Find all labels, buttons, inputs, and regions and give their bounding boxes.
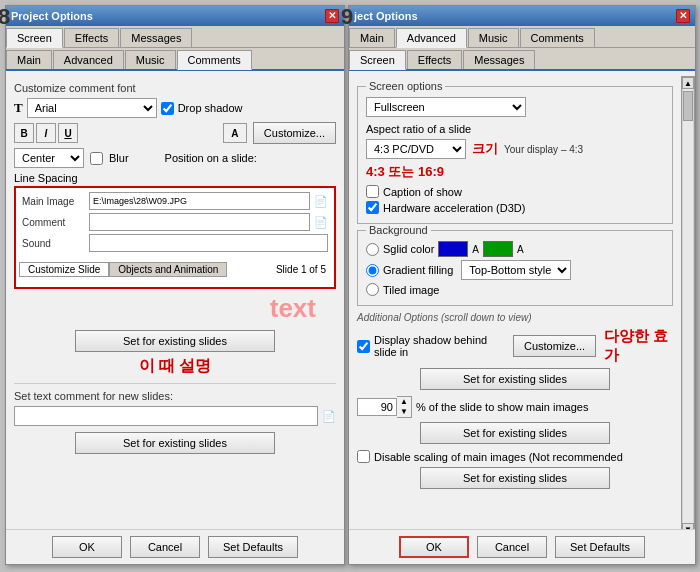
title-right: ject Options bbox=[354, 10, 418, 22]
preview-text: text bbox=[270, 293, 316, 324]
gradient-row: Gradient filling Top-Bottom style bbox=[366, 260, 664, 280]
gradient-label: Gradient filling bbox=[383, 264, 453, 276]
slide-preview-area: Customize Slide Objects and Animation Sl… bbox=[19, 254, 331, 284]
scroll-up-btn[interactable]: ▲ bbox=[682, 77, 694, 89]
defaults-btn-right[interactable]: Set Defaults bbox=[555, 536, 645, 558]
font-size-btn[interactable]: A bbox=[223, 123, 247, 143]
percent-row: ▲ ▼ % of the slide to show main images bbox=[357, 396, 673, 418]
subtab-main-left[interactable]: Main bbox=[6, 50, 52, 69]
divider-left bbox=[14, 383, 336, 384]
subtab-comments-left[interactable]: Comments bbox=[177, 50, 252, 70]
preview-text-area: text bbox=[14, 293, 336, 328]
caption-row: Caption of show bbox=[366, 185, 664, 198]
window-right: 9 ject Options ✕ Main Advanced Music Com… bbox=[348, 5, 696, 565]
percent-input[interactable] bbox=[357, 398, 397, 416]
solid-color-radio[interactable] bbox=[366, 243, 379, 256]
set-existing-btn4[interactable]: Set for existing slides bbox=[420, 422, 610, 444]
percent-label: % of the slide to show main images bbox=[416, 401, 588, 413]
new-slides-input[interactable] bbox=[14, 406, 318, 426]
main-image-browse-icon[interactable]: 📄 bbox=[314, 195, 328, 208]
aspect-select[interactable]: 4:3 PC/DVD bbox=[366, 139, 466, 159]
font-icon: T bbox=[14, 100, 23, 116]
position-label: Position on a slide: bbox=[165, 152, 257, 164]
solid-color-row: Sglid color A A bbox=[366, 241, 664, 257]
screen-mode-select[interactable]: Fullscreen bbox=[366, 97, 526, 117]
subtab-screen-right[interactable]: Screen bbox=[349, 50, 406, 70]
display-shadow-row: Display shadow behind slide in Customize… bbox=[357, 327, 673, 365]
korean-note-right: 다양한 효가 bbox=[604, 327, 673, 365]
tiled-label: Tiled image bbox=[383, 284, 439, 296]
tab-advanced-right[interactable]: Advanced bbox=[396, 28, 467, 48]
gradient-style-select[interactable]: Top-Bottom style bbox=[461, 260, 571, 280]
customize-btn2[interactable]: Customize... bbox=[513, 335, 596, 357]
subtab-advanced-left[interactable]: Advanced bbox=[53, 50, 124, 69]
display-shadow-check[interactable] bbox=[357, 340, 370, 353]
font-select[interactable]: Arial bbox=[27, 98, 157, 118]
tab-music-right[interactable]: Music bbox=[468, 28, 519, 47]
screen-options-title: Screen options bbox=[366, 80, 445, 92]
set-existing-btn3[interactable]: Set for existing slides bbox=[420, 368, 610, 390]
additional-options-label: Additional Options (scroll down to view) bbox=[357, 312, 673, 323]
hw-accel-label: Hardware acceleration (D3D) bbox=[383, 202, 525, 214]
cancel-btn-left[interactable]: Cancel bbox=[130, 536, 200, 558]
title-bar-right: ject Options ✕ bbox=[349, 6, 695, 26]
bold-btn[interactable]: B bbox=[14, 123, 34, 143]
comment-file-icon[interactable]: 📄 bbox=[314, 216, 328, 229]
tab-main-right[interactable]: Main bbox=[349, 28, 395, 47]
solid-color-swatch[interactable] bbox=[438, 241, 468, 257]
ok-btn-right[interactable]: OK bbox=[399, 536, 469, 558]
cancel-btn-right[interactable]: Cancel bbox=[477, 536, 547, 558]
solid-a-label: A bbox=[472, 244, 479, 255]
align-select[interactable]: Center bbox=[14, 148, 84, 168]
scroll-track bbox=[683, 89, 693, 523]
objects-animation-btn[interactable]: Objects and Animation bbox=[109, 262, 227, 277]
scroll-thumb[interactable] bbox=[683, 91, 693, 121]
line-spacing-label: Line Spacing bbox=[14, 172, 78, 184]
subtab-effects-right[interactable]: Effects bbox=[407, 50, 462, 69]
ok-btn-left[interactable]: OK bbox=[52, 536, 122, 558]
tab-effects-left[interactable]: Effects bbox=[64, 28, 119, 47]
set-existing-btn1[interactable]: Set for existing slides bbox=[75, 330, 275, 352]
main-image-input[interactable] bbox=[89, 192, 310, 210]
spin-up[interactable]: ▲ bbox=[397, 397, 411, 407]
display-shadow-label: Display shadow behind slide in bbox=[374, 334, 505, 358]
customize-font-btn[interactable]: Customize... bbox=[253, 122, 336, 144]
your-display-label: Your display – 4:3 bbox=[504, 144, 583, 155]
spin-down[interactable]: ▼ bbox=[397, 407, 411, 417]
defaults-btn-left[interactable]: Set Defaults bbox=[208, 536, 298, 558]
underline-btn[interactable]: U bbox=[58, 123, 78, 143]
gradient-radio[interactable] bbox=[366, 264, 379, 277]
close-btn-right[interactable]: ✕ bbox=[676, 9, 690, 23]
sound-input[interactable] bbox=[89, 234, 328, 252]
bottom-bar-left: OK Cancel Set Defaults bbox=[6, 529, 344, 564]
caption-check[interactable] bbox=[366, 185, 379, 198]
new-slides-icon: 📄 bbox=[322, 410, 336, 423]
slide-info-box: Main Image 📄 Comment 📄 Sound Customize S… bbox=[14, 186, 336, 289]
sound-row: Sound bbox=[19, 233, 331, 253]
disable-scaling-row: Disable scaling of main images (Not reco… bbox=[357, 450, 673, 463]
comment-input[interactable] bbox=[89, 213, 310, 231]
right-scrollbar[interactable]: ▲ ▼ bbox=[681, 76, 695, 536]
drop-shadow-check[interactable] bbox=[161, 102, 174, 115]
set-existing-btn5[interactable]: Set for existing slides bbox=[420, 467, 610, 489]
font-section-label: Customize comment font bbox=[14, 82, 336, 94]
tiled-radio[interactable] bbox=[366, 283, 379, 296]
tab-comments-right[interactable]: Comments bbox=[520, 28, 595, 47]
italic-btn[interactable]: I bbox=[36, 123, 56, 143]
hw-accel-check[interactable] bbox=[366, 201, 379, 214]
subtab-music-left[interactable]: Music bbox=[125, 50, 176, 69]
subtab-messages-right[interactable]: Messages bbox=[463, 50, 535, 69]
tab-messages-left[interactable]: Messages bbox=[120, 28, 192, 47]
set-existing-btn2[interactable]: Set for existing slides bbox=[75, 432, 275, 454]
bottom-bar-right: OK Cancel Set Defaults bbox=[349, 529, 695, 564]
korean-note-left: 이 때 설명 bbox=[14, 356, 336, 377]
gradient-color-swatch[interactable] bbox=[483, 241, 513, 257]
right-content: Screen options Fullscreen Aspect ratio o… bbox=[349, 76, 681, 536]
disable-scaling-check[interactable] bbox=[357, 450, 370, 463]
tab-screen-left[interactable]: Screen bbox=[6, 28, 63, 48]
aspect-korean-note: 4:3 또는 16:9 bbox=[366, 164, 444, 179]
blur-check[interactable] bbox=[90, 152, 103, 165]
close-btn-left[interactable]: ✕ bbox=[325, 9, 339, 23]
sound-label: Sound bbox=[22, 238, 87, 249]
customize-slide-btn[interactable]: Customize Slide bbox=[19, 262, 109, 277]
